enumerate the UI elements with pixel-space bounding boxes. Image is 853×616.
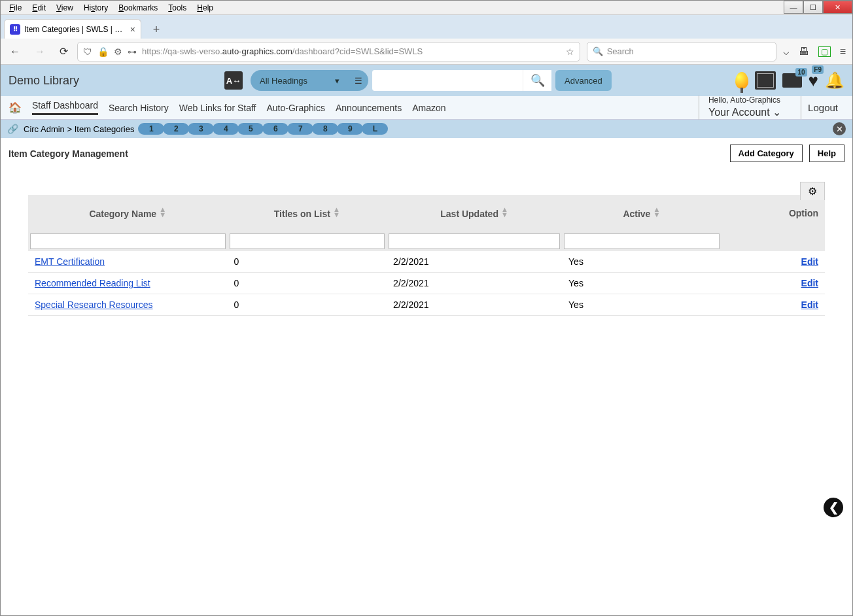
nav-announcements[interactable]: Announcements	[336, 103, 402, 113]
col-active[interactable]: Active▲▼	[562, 195, 722, 231]
filter-updated[interactable]	[389, 233, 560, 249]
heart-icon[interactable]: ♥F9	[809, 71, 818, 91]
close-panel-icon[interactable]: ✕	[833, 122, 846, 135]
bookmark-star-icon[interactable]: ☆	[566, 46, 574, 57]
headings-dropdown-label: All Headings	[260, 76, 307, 86]
close-window-button[interactable]: ✕	[823, 1, 852, 14]
pill-7[interactable]: 7	[287, 123, 313, 135]
history-pills: 1 2 3 4 5 6 7 8 9 L	[139, 123, 388, 135]
bell-icon[interactable]: 🔔	[825, 71, 844, 90]
col-titles[interactable]: Titles on List▲▼	[228, 195, 387, 231]
active-cell: Yes	[562, 294, 722, 316]
pill-5[interactable]: 5	[237, 123, 264, 135]
search-icon: 🔍	[593, 46, 603, 56]
translate-icon[interactable]: A↔	[224, 71, 243, 90]
chevron-down-icon: ▾	[335, 76, 339, 86]
key-icon: ⊶	[128, 46, 137, 57]
page-title: Item Category Management	[9, 148, 128, 159]
sort-icon: ▲▼	[333, 207, 340, 217]
categories-table: Category Name▲▼ Titles on List▲▼ Last Up…	[28, 195, 825, 316]
reload-button[interactable]: ⟳	[57, 43, 71, 60]
hello-text: Hello, Auto-Graphics	[708, 95, 781, 106]
catalog-search-button[interactable]: 🔍	[523, 70, 551, 91]
pocket-icon[interactable]: ⌵	[783, 45, 790, 58]
url-text: https://qa-swls-verso.auto-graphics.com/…	[142, 46, 561, 56]
pill-l[interactable]: L	[362, 123, 388, 135]
table-row: Special Research Resources02/2/2021YesEd…	[28, 294, 825, 316]
category-link[interactable]: EMT Certification	[35, 256, 105, 267]
scan-icon[interactable]	[755, 71, 776, 90]
collapse-arrow-icon[interactable]: ❮	[824, 498, 843, 517]
advanced-search-button[interactable]: Advanced	[555, 70, 612, 91]
nav-auto-graphics[interactable]: Auto-Graphics	[267, 103, 325, 113]
col-updated[interactable]: Last Updated▲▼	[387, 195, 562, 231]
balloon-icon[interactable]	[735, 72, 748, 89]
list-badge: 10	[795, 68, 807, 77]
headings-dropdown[interactable]: All Headings ▾	[251, 70, 349, 91]
table-row: Recommended Reading List02/2/2021YesEdit	[28, 273, 825, 294]
updated-cell: 2/2/2021	[387, 273, 562, 294]
logout-link[interactable]: Logout	[801, 96, 844, 119]
minimize-button[interactable]: —	[784, 1, 803, 14]
menu-help[interactable]: Help	[192, 2, 218, 14]
menu-history[interactable]: History	[78, 2, 113, 14]
edit-link[interactable]: Edit	[801, 256, 818, 267]
url-box[interactable]: 🛡 🔒 ⚙ ⊶ https://qa-swls-verso.auto-graph…	[77, 42, 580, 61]
pill-4[interactable]: 4	[213, 123, 239, 135]
address-bar: ← → ⟳ 🛡 🔒 ⚙ ⊶ https://qa-swls-verso.auto…	[1, 39, 852, 65]
menu-edit[interactable]: Edit	[27, 2, 51, 14]
nav-staff-dashboard[interactable]: Staff Dashboard	[32, 100, 98, 115]
nav-web-links[interactable]: Web Links for Staff	[179, 103, 256, 113]
category-link[interactable]: Special Research Resources	[35, 299, 153, 310]
sort-icon: ▲▼	[159, 207, 166, 217]
chevron-down-icon: ⌄	[773, 107, 781, 118]
help-button[interactable]: Help	[809, 145, 844, 162]
active-cell: Yes	[562, 273, 722, 294]
filter-active[interactable]	[564, 233, 720, 249]
account-block[interactable]: Hello, Auto-Graphics Your Account ⌄	[699, 95, 790, 119]
shield-icon: 🛡	[83, 46, 92, 57]
maximize-button[interactable]: ☐	[803, 1, 823, 14]
catalog-search-input[interactable]	[372, 70, 523, 91]
browser-search-box[interactable]: 🔍 Search	[587, 42, 776, 61]
pill-3[interactable]: 3	[188, 123, 214, 135]
menu-tools[interactable]: Tools	[163, 2, 192, 14]
filter-titles[interactable]	[230, 233, 385, 249]
menu-file[interactable]: File	[4, 2, 27, 14]
favicon-icon: ⠿	[10, 24, 20, 35]
hamburger-menu-icon[interactable]: ≡	[840, 46, 846, 58]
print-icon[interactable]: 🖶	[799, 46, 809, 58]
updated-cell: 2/2/2021	[387, 294, 562, 316]
back-button[interactable]: ←	[7, 43, 23, 60]
new-tab-button[interactable]: +	[147, 20, 166, 39]
filter-category-name[interactable]	[30, 233, 226, 249]
sort-icon: ▲▼	[501, 207, 508, 217]
add-category-button[interactable]: Add Category	[730, 145, 803, 162]
tab-close-icon[interactable]: ×	[130, 24, 135, 35]
col-category-name[interactable]: Category Name▲▼	[28, 195, 228, 231]
nav-search-history[interactable]: Search History	[109, 103, 169, 113]
breadcrumb: Circ Admin > Item Categories	[24, 124, 134, 134]
extension-icon[interactable]: ▢	[818, 46, 831, 57]
pill-6[interactable]: 6	[262, 123, 288, 135]
list-icon-wrapper[interactable]: 10	[782, 73, 802, 88]
menu-view[interactable]: View	[51, 2, 78, 14]
forward-button[interactable]: →	[32, 43, 48, 60]
pill-9[interactable]: 9	[337, 123, 363, 135]
app-header: Demo Library A↔ All Headings ▾ ☰ 🔍 Advan…	[1, 65, 852, 96]
category-link[interactable]: Recommended Reading List	[35, 278, 150, 288]
browser-tab-active[interactable]: ⠿ Item Categories | SWLS | swls | A ×	[4, 19, 141, 39]
pill-2[interactable]: 2	[163, 123, 189, 135]
menu-bookmarks[interactable]: Bookmarks	[113, 2, 163, 14]
lock-icon: 🔒	[97, 46, 109, 57]
database-icon[interactable]: ☰	[349, 70, 368, 91]
pill-1[interactable]: 1	[138, 123, 164, 135]
titles-cell: 0	[228, 294, 387, 316]
nav-amazon[interactable]: Amazon	[412, 103, 445, 113]
home-icon[interactable]: 🏠	[9, 101, 22, 114]
pill-8[interactable]: 8	[312, 123, 338, 135]
edit-link[interactable]: Edit	[801, 299, 818, 310]
edit-link[interactable]: Edit	[801, 278, 818, 288]
updated-cell: 2/2/2021	[387, 251, 562, 273]
titles-cell: 0	[228, 251, 387, 273]
